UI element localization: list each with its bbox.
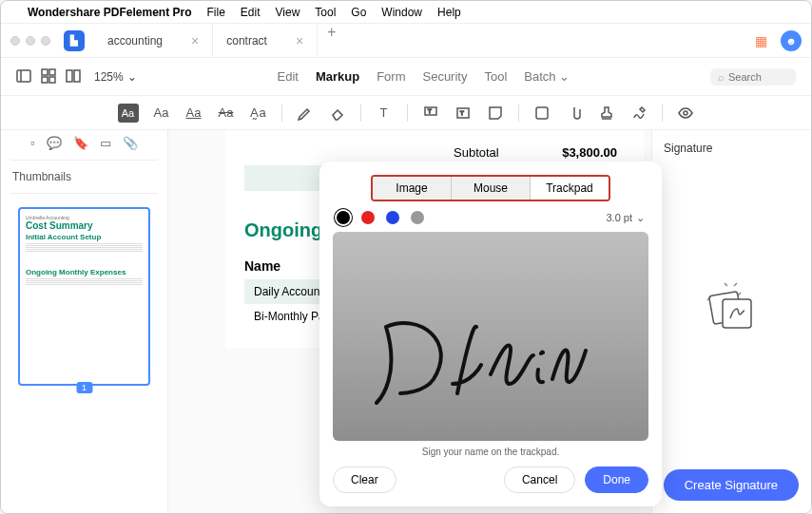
menu-tool[interactable]: Tool [315, 6, 336, 19]
tool-tab-markup[interactable]: Markup [316, 69, 359, 84]
marker-icon[interactable] [296, 104, 315, 123]
panel-title: Signature [664, 142, 712, 155]
tool-tab-tool[interactable]: Tool [484, 69, 507, 84]
tab-label: accounting [107, 34, 163, 48]
search-box[interactable]: ⌕ [710, 68, 796, 86]
document-tabs: accounting × contract × + [94, 24, 755, 58]
titlebar: ▙ accounting × contract × + ▦ ☻ [1, 24, 811, 58]
seg-image[interactable]: Image [373, 177, 452, 200]
svg-rect-2 [42, 69, 48, 75]
close-icon[interactable]: × [296, 33, 303, 48]
menu-edit[interactable]: Edit [241, 6, 261, 19]
comments-panel-icon[interactable]: 💬 [47, 136, 62, 150]
signature-hint: Sign your name on the trackpad. [333, 447, 648, 457]
signature-pad[interactable] [333, 232, 648, 441]
tool-tab-batch[interactable]: Batch ⌄ [524, 69, 570, 84]
clear-button[interactable]: Clear [333, 466, 396, 493]
separator [360, 105, 361, 122]
two-page-icon[interactable] [66, 68, 83, 86]
app-name: Wondershare PDFelement Pro [28, 6, 192, 19]
visibility-icon[interactable] [676, 104, 695, 123]
thumbnails-title: Thumbnails [1, 164, 167, 189]
subtotal-value: $3,800.00 [562, 145, 617, 160]
stroke-options: 3.0 pt⌄ [333, 211, 648, 232]
svg-rect-4 [42, 77, 48, 83]
apps-grid-icon[interactable]: ▦ [755, 33, 767, 48]
add-tab-button[interactable]: + [318, 24, 345, 58]
markup-toolbar: Aa Aa Aa Aa A̰a T T T [1, 96, 811, 130]
stroke-width-selector[interactable]: 3.0 pt⌄ [606, 212, 645, 224]
tool-tab-security[interactable]: Security [422, 69, 467, 84]
tool-tabs: Edit Markup Form Security Tool Batch ⌄ [278, 69, 570, 84]
svg-rect-5 [49, 77, 55, 83]
zoom-value: 125% [94, 70, 124, 84]
chevron-down-icon: ⌄ [127, 70, 137, 84]
eraser-icon[interactable] [328, 104, 347, 123]
seg-trackpad[interactable]: Trackpad [531, 177, 609, 200]
bookmarks-panel-icon[interactable]: 🔖 [73, 136, 88, 150]
zoom-selector[interactable]: 125%⌄ [94, 70, 137, 84]
thumbnails-panel-icon[interactable]: ▫ [30, 136, 35, 150]
color-gray[interactable] [411, 211, 424, 224]
chevron-down-icon: ⌄ [636, 212, 645, 224]
attachment-icon[interactable] [565, 104, 584, 123]
stamp-icon[interactable] [597, 104, 616, 123]
seg-mouse[interactable]: Mouse [452, 177, 531, 200]
menubar: Wondershare PDFelement Pro File Edit Vie… [1, 1, 811, 24]
view-mode-icons [16, 68, 83, 86]
menu-view[interactable]: View [276, 6, 300, 19]
page-thumbnail[interactable]: Umbrella Accounting Cost Summary Initial… [18, 207, 150, 386]
color-black[interactable] [337, 211, 350, 224]
sidebar-toggle-icon[interactable] [16, 68, 33, 86]
shape-icon[interactable] [532, 104, 551, 123]
textbox-outline-icon[interactable]: T [454, 104, 473, 123]
separator [281, 105, 282, 122]
svg-rect-3 [49, 69, 55, 75]
signature-placeholder-icon [704, 278, 761, 339]
tool-tab-edit[interactable]: Edit [278, 69, 299, 84]
tool-tab-form[interactable]: Form [377, 69, 405, 84]
svg-rect-0 [17, 70, 30, 82]
color-red[interactable] [361, 211, 375, 224]
strikethrough-icon[interactable]: Aa [217, 104, 236, 123]
color-blue[interactable] [386, 211, 399, 224]
sidebar: ▫ 💬 🔖 ▭ 📎 Thumbnails Umbrella Accounting… [1, 130, 168, 514]
app-logo-icon: ▙ [64, 30, 85, 51]
tab-label: contract [226, 34, 267, 48]
underline-icon[interactable]: Aa [184, 104, 203, 123]
separator [407, 105, 408, 122]
grid-view-icon[interactable] [41, 68, 58, 86]
menu-go[interactable]: Go [351, 6, 366, 19]
text-box-icon[interactable]: T [375, 104, 394, 123]
tab-accounting[interactable]: accounting × [94, 24, 213, 58]
search-icon: ⌕ [718, 71, 725, 83]
separator [662, 105, 663, 122]
menu-window[interactable]: Window [381, 6, 422, 19]
sidebar-panel-icons: ▫ 💬 🔖 ▭ 📎 [1, 130, 167, 156]
attachments-panel-icon[interactable]: 📎 [123, 136, 138, 150]
text-style-icon[interactable]: Aa [152, 104, 171, 123]
search-input[interactable] [728, 71, 785, 83]
tab-contract[interactable]: contract × [213, 24, 318, 58]
callout-icon[interactable]: T [421, 104, 440, 123]
signature-panel: Signature [651, 130, 811, 514]
toolbar: 125%⌄ Edit Markup Form Security Tool Bat… [1, 58, 811, 96]
create-signature-button[interactable]: Create Signature [664, 469, 799, 501]
done-button[interactable]: Done [585, 466, 648, 493]
signature-pen-icon[interactable] [629, 104, 648, 123]
svg-rect-6 [67, 70, 72, 82]
menu-help[interactable]: Help [437, 6, 461, 19]
window-controls[interactable] [10, 36, 50, 46]
layers-panel-icon[interactable]: ▭ [100, 136, 111, 150]
close-icon[interactable]: × [191, 33, 199, 48]
user-avatar-icon[interactable]: ☻ [781, 30, 802, 51]
menu-file[interactable]: File [207, 6, 225, 19]
svg-rect-7 [74, 70, 80, 82]
svg-rect-16 [723, 299, 751, 328]
svg-text:T: T [460, 110, 464, 116]
highlight-style-icon[interactable]: Aa [118, 104, 139, 123]
subtotal-label: Subtotal [454, 145, 499, 160]
squiggly-icon[interactable]: A̰a [249, 104, 268, 123]
note-icon[interactable] [486, 104, 505, 123]
cancel-button[interactable]: Cancel [504, 466, 575, 493]
